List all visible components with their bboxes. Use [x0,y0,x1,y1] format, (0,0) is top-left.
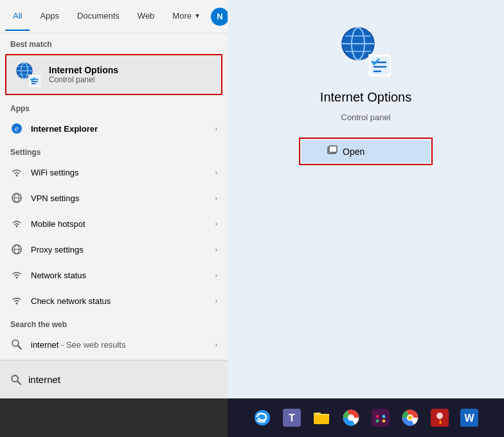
svg-point-53 [437,413,443,419]
best-match-label: Best match [0,33,228,51]
search-icon [10,374,22,386]
tab-apps[interactable]: Apps [32,2,67,31]
taskbar-paint[interactable] [427,405,453,431]
right-panel: Internet Options Control panel Open [228,0,504,398]
web-section-label: Search the web [0,314,228,332]
taskbar-file-explorer[interactable] [309,405,334,431]
svg-line-25 [17,381,21,384]
tab-all[interactable]: All [5,2,30,31]
list-item-check-network-status[interactable]: Check network status › [0,288,228,314]
svg-point-47 [376,420,379,423]
tab-more[interactable]: More ▼ [165,2,208,31]
tab-bar: All Apps Documents Web More ▼ N 💬 ··· ✕ [0,0,228,33]
chevron-icon: › [215,341,217,348]
taskbar-teams[interactable]: T [279,405,305,431]
chevron-icon: › [215,169,217,176]
taskbar-chrome[interactable] [338,405,364,431]
list-item-wifi-settings[interactable]: WiFi settings › [0,159,228,185]
taskbar-edge[interactable] [249,405,275,431]
list-item-vpn-settings[interactable]: VPN settings › [0,185,228,211]
search-web-icon [10,338,23,351]
search-panel: All Apps Documents Web More ▼ N 💬 ··· ✕ … [0,0,228,398]
internet-explorer-icon: e [10,122,23,135]
search-input[interactable] [28,374,217,385]
list-item-internet-explorer[interactable]: e Internet Explorer › [0,116,228,141]
list-item-proxy-settings[interactable]: Proxy settings › [0,236,228,262]
mobile-hotspot-icon [10,217,23,230]
svg-point-38 [255,410,270,425]
best-match-item[interactable]: Internet Options Control panel [5,54,222,95]
svg-point-21 [16,303,18,305]
chevron-down-icon: ▼ [194,12,201,19]
chevron-icon: › [215,220,217,227]
apps-section-label: Apps [0,98,228,116]
open-button-wrapper: Open [299,138,433,165]
taskbar-word[interactable]: W [456,405,482,431]
best-match-text: Internet Options Control panel [49,65,118,84]
proxy-settings-icon [10,243,23,256]
tab-documents[interactable]: Documents [69,2,127,31]
svg-text:T: T [289,413,295,424]
svg-point-20 [16,277,18,279]
network-status-icon [10,269,23,281]
internet-options-icon [15,62,41,87]
list-item-internet-web[interactable]: internet - See web results › [0,332,228,357]
user-avatar[interactable]: N [211,8,229,26]
svg-point-51 [408,416,412,420]
chevron-icon: › [215,298,217,305]
svg-rect-37 [329,146,337,152]
svg-text:W: W [464,413,474,424]
svg-point-48 [382,420,386,423]
taskbar-chrome2[interactable] [397,405,423,431]
chevron-icon: › [215,125,217,132]
svg-point-43 [348,415,354,421]
check-network-status-icon [10,294,23,307]
results-area: Best match [0,33,228,398]
svg-point-12 [16,175,18,177]
svg-point-46 [382,415,386,418]
wifi-settings-icon [10,166,23,179]
app-type: Control panel [341,112,390,122]
open-window-icon [327,145,338,157]
chevron-icon: › [215,272,217,279]
list-item-mobile-hotspot[interactable]: Mobile hotspot › [0,211,228,236]
svg-rect-41 [314,414,329,424]
svg-line-23 [18,346,21,349]
taskbar-slack[interactable] [368,405,393,431]
internet-options-large-icon [340,26,392,77]
open-button[interactable]: Open [302,140,430,163]
svg-point-45 [376,415,379,418]
chevron-icon: › [215,246,217,253]
chevron-icon: › [215,195,217,202]
svg-rect-44 [372,409,390,427]
settings-section-label: Settings [0,141,228,159]
search-bar [0,360,228,398]
taskbar: T [228,398,504,437]
svg-point-16 [16,226,18,227]
list-item-network-status[interactable]: Network status › [0,262,228,288]
svg-text:e: e [15,124,19,133]
vpn-settings-icon [10,192,23,204]
app-name: Internet Options [320,90,411,105]
tab-web[interactable]: Web [130,2,163,31]
